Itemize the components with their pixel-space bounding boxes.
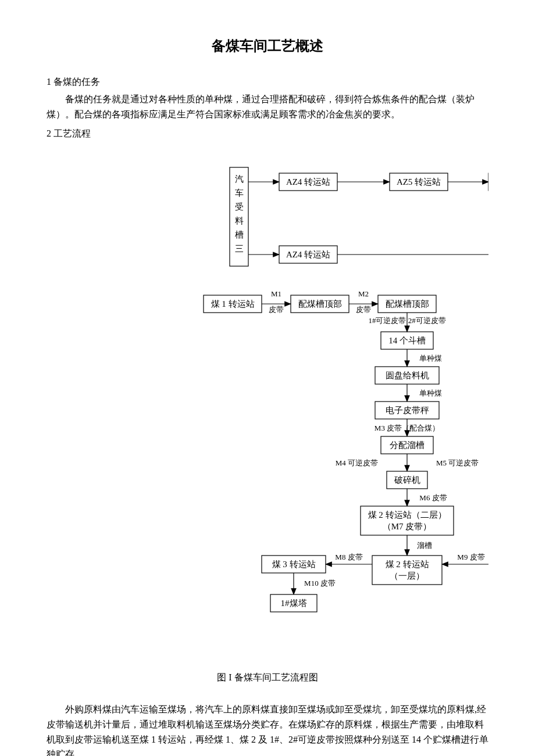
- node-coal2-1f-l1: 煤 2 转运站: [386, 560, 429, 569]
- node-coal2-1f-l2: （一层）: [390, 571, 425, 581]
- node-top2: 配煤槽顶部: [386, 299, 429, 309]
- label-chute: 溜槽: [417, 541, 432, 550]
- node-disc-feeder: 圆盘给料机: [386, 371, 429, 380]
- section-2-heading: 2 工艺流程: [47, 126, 488, 141]
- label-single-2: 单种煤: [419, 389, 442, 397]
- label-m6: M6 皮带: [419, 493, 447, 502]
- section-1-heading: 1 备煤的任务: [47, 74, 488, 89]
- label-m9: M9 皮带: [457, 553, 484, 561]
- label-m3: M3 皮带（配合煤）: [374, 424, 440, 432]
- page-title: 备煤车间工艺概述: [47, 35, 488, 57]
- node-crusher: 破碎机: [394, 475, 420, 485]
- node-az4-top: AZ4 转运站: [286, 177, 330, 187]
- label-m8: M8 皮带: [335, 553, 362, 561]
- figure-caption: 图 I 备煤车间工艺流程图: [47, 670, 488, 685]
- node-coal2-2f-l1: 煤 2 转运站（二层）: [368, 510, 447, 519]
- section-1-para: 备煤的任务就是通过对各种性质的单种煤，通过合理搭配和破碎，得到符合炼焦条件的配合…: [47, 92, 488, 121]
- label-single-1: 单种煤: [419, 354, 442, 363]
- node-coal2-2f-l2: （M7 皮带）: [383, 522, 432, 531]
- node-coal1: 煤 1 转运站: [211, 299, 255, 309]
- label-m2-bot: 皮带: [356, 305, 371, 314]
- node-coal3: 煤 3 转运站: [272, 560, 316, 569]
- label-m10: M10 皮带: [304, 579, 336, 587]
- label-m2-top: M2: [358, 289, 369, 298]
- label-m1-bot: 皮带: [269, 305, 284, 314]
- flow-diagram: 汽车受料槽三 AZ4 转运站 AZ5 转运站 AZ1 AZ4 转运站 煤 1 转…: [47, 164, 488, 658]
- node-az5: AZ5 转运站: [397, 177, 441, 187]
- node-tower1: 1#煤塔: [281, 599, 307, 608]
- section-3-para: 外购原料煤由汽车运输至煤场，将汽车上的原料煤直接卸至煤场或卸至受煤坑，卸至受煤坑…: [47, 702, 488, 756]
- node-az4-bottom: AZ4 转运站: [286, 250, 330, 259]
- node-14-slots: 14 个斗槽: [388, 336, 426, 345]
- node-distrib: 分配溜槽: [390, 440, 425, 450]
- node-top1: 配煤槽顶部: [298, 299, 342, 309]
- label-m4: M4 可逆皮带: [336, 458, 378, 467]
- label-m5: M5 可逆皮带: [436, 458, 479, 467]
- node-belt-scale: 电子皮带秤: [386, 406, 429, 415]
- label-m1-top: M1: [271, 289, 281, 298]
